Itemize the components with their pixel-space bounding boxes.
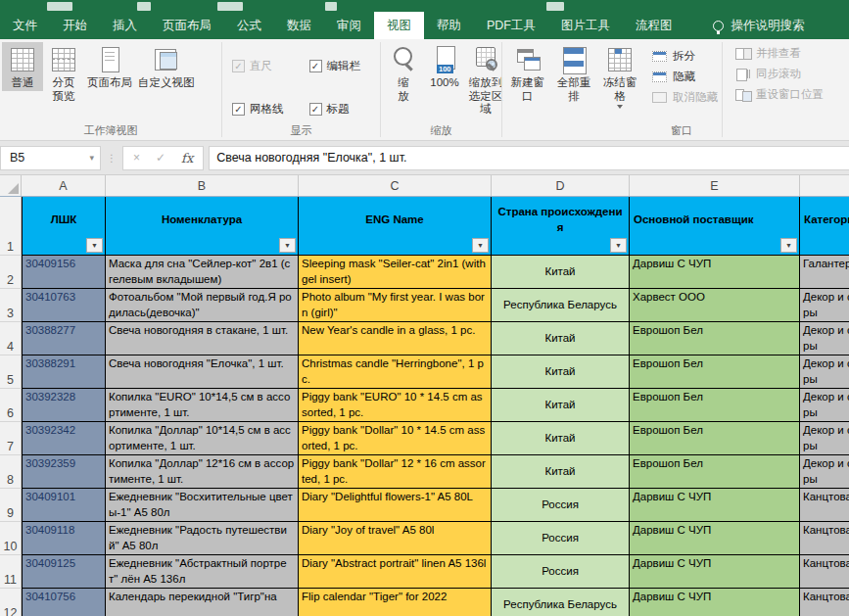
new-window-button[interactable]: 新建窗口 bbox=[504, 42, 550, 110]
small-button-隐藏[interactable]: 隐藏 bbox=[647, 67, 722, 87]
cell-d12[interactable]: Республика Беларусь bbox=[492, 589, 630, 616]
header-cell-d[interactable]: Страна происхождения▼ bbox=[492, 197, 630, 256]
cell-a4[interactable]: 30388277 bbox=[22, 322, 106, 355]
row-header-3[interactable]: 3 bbox=[0, 289, 22, 322]
cell-c2[interactable]: Sleeping mask "Seiler-cat" 2in1 (with ge… bbox=[299, 256, 492, 289]
checkbox-编辑栏[interactable]: ✓编辑栏 bbox=[309, 52, 373, 80]
cell-a7[interactable]: 30392342 bbox=[22, 422, 106, 455]
filter-dropdown-icon[interactable]: ▼ bbox=[780, 238, 797, 253]
column-header-C[interactable]: C bbox=[299, 175, 492, 196]
cell-d10[interactable]: Россия bbox=[492, 522, 630, 555]
cell-d6[interactable]: Китай bbox=[492, 389, 630, 422]
cell-d2[interactable]: Китай bbox=[492, 256, 630, 289]
cell-b2[interactable]: Маска для сна "Сейлер-кот" 2в1 (с гелевы… bbox=[106, 256, 299, 289]
checkbox-网格线[interactable]: ✓网格线 bbox=[232, 95, 296, 123]
small-button-拆分[interactable]: 拆分 bbox=[647, 46, 722, 67]
cell-c9[interactable]: Diary "Delightful flowers-1" A5 80L bbox=[299, 489, 492, 522]
tab-公式[interactable]: 公式 bbox=[224, 12, 274, 39]
row-header-2[interactable]: 2 bbox=[0, 256, 22, 289]
cell-a11[interactable]: 30409125 bbox=[22, 555, 106, 589]
header-cell-e[interactable]: Основной поставщик▼ bbox=[630, 197, 800, 256]
cell-c11[interactable]: Diary "Abstract portrait" linen A5 136l bbox=[299, 555, 492, 589]
qat-icon-1[interactable] bbox=[47, 2, 72, 11]
cell-e4[interactable]: Еврошоп Бел bbox=[630, 322, 800, 355]
cancel-icon[interactable]: × bbox=[133, 151, 140, 165]
cell-f12[interactable]: Канцтовары bbox=[800, 589, 849, 616]
row-header-1[interactable]: 1 bbox=[0, 197, 22, 256]
qat-icon-3[interactable] bbox=[217, 2, 243, 11]
cell-c8[interactable]: Piggy bank "Dollar" 12 * 16 cm assorted,… bbox=[299, 455, 492, 489]
cell-f9[interactable]: Канцтовары bbox=[800, 489, 849, 522]
row-header-8[interactable]: 8 bbox=[0, 455, 22, 489]
cell-e9[interactable]: Дарвиш С ЧУП bbox=[630, 489, 800, 522]
cell-e11[interactable]: Дарвиш С ЧУП bbox=[630, 555, 800, 589]
tab-帮助[interactable]: 帮助 bbox=[424, 12, 474, 39]
cell-f3[interactable]: Декор и сувени ры bbox=[800, 289, 849, 322]
cell-a6[interactable]: 30392328 bbox=[22, 389, 106, 422]
column-header-B[interactable]: B bbox=[106, 175, 299, 196]
cell-f4[interactable]: Декор и сувени ры bbox=[800, 322, 849, 355]
cell-b7[interactable]: Копилка "Доллар" 10*14,5 см в ассортимен… bbox=[106, 422, 299, 455]
insert-function-icon[interactable]: fx bbox=[181, 151, 193, 166]
cell-f6[interactable]: Декор и сувени ры bbox=[800, 389, 849, 422]
filter-dropdown-icon[interactable]: ▼ bbox=[86, 238, 103, 253]
tab-审阅[interactable]: 审阅 bbox=[324, 12, 374, 39]
header-cell-f[interactable]: Категория▼ bbox=[800, 197, 849, 256]
cell-b12[interactable]: Календарь перекидной "Тигр"на bbox=[106, 589, 299, 616]
name-box-dropdown-icon[interactable]: ▾ bbox=[89, 153, 94, 163]
row-header-6[interactable]: 6 bbox=[0, 389, 22, 422]
cell-e6[interactable]: Еврошоп Бел bbox=[630, 389, 800, 422]
tab-图片工具[interactable]: 图片工具 bbox=[548, 12, 623, 39]
formula-input[interactable]: Свеча новогодняя "Елочка", 1 шт. bbox=[209, 146, 849, 170]
cell-b4[interactable]: Свеча новогодняя в стакане, 1 шт. bbox=[106, 322, 299, 355]
cell-e2[interactable]: Дарвиш С ЧУП bbox=[630, 256, 800, 289]
cell-b5[interactable]: Свеча новогодняя "Елочка", 1 шт. bbox=[106, 355, 299, 389]
cell-c6[interactable]: Piggy bank "EURO" 10 * 14.5 cm assorted,… bbox=[299, 389, 492, 422]
column-header-A[interactable]: A bbox=[22, 175, 106, 196]
cell-e12[interactable]: Дарвиш С ЧУП bbox=[630, 589, 800, 616]
column-header-D[interactable]: D bbox=[492, 175, 630, 196]
enter-icon[interactable]: ✓ bbox=[156, 151, 165, 165]
view-normal-view-button[interactable]: 普通 bbox=[2, 42, 43, 91]
cell-d4[interactable]: Китай bbox=[492, 322, 630, 355]
cell-b6[interactable]: Копилка "EURO" 10*14,5 см в ассортименте… bbox=[106, 389, 299, 422]
cell-f8[interactable]: Декор и сувени ры bbox=[800, 455, 849, 489]
arrange-all-button[interactable]: 全部重排 bbox=[550, 42, 596, 110]
row-header-12[interactable]: 12 bbox=[0, 589, 22, 616]
cell-d7[interactable]: Китай bbox=[492, 422, 630, 455]
row-header-5[interactable]: 5 bbox=[0, 355, 22, 389]
tab-开始[interactable]: 开始 bbox=[50, 12, 100, 39]
filter-dropdown-icon[interactable]: ▼ bbox=[472, 238, 489, 253]
cell-b3[interactable]: Фотоальбом "Мой первый год.Я родилась(де… bbox=[106, 289, 299, 322]
cell-c12[interactable]: Flip calendar "Tiger" for 2022 bbox=[299, 589, 492, 616]
freeze-panes-button[interactable]: 冻结窗格 bbox=[597, 42, 643, 110]
name-box[interactable]: B5 ▾ bbox=[0, 146, 101, 170]
cell-e7[interactable]: Еврошоп Бел bbox=[630, 422, 800, 455]
view-page-break-preview-button[interactable]: 分页 预览 bbox=[43, 42, 84, 104]
cell-d3[interactable]: Республика Беларусь bbox=[492, 289, 630, 322]
cell-e3[interactable]: Харвест ООО bbox=[630, 289, 800, 322]
row-header-9[interactable]: 9 bbox=[0, 489, 22, 522]
tab-PDF工具[interactable]: PDF工具 bbox=[474, 12, 548, 39]
tab-文件[interactable]: 文件 bbox=[0, 12, 50, 39]
checkbox-标题[interactable]: ✓标题 bbox=[309, 95, 373, 123]
tab-插入[interactable]: 插入 bbox=[100, 12, 150, 39]
row-header-10[interactable]: 10 bbox=[0, 522, 22, 555]
cell-a5[interactable]: 30388291 bbox=[22, 355, 106, 389]
view-page-layout-button[interactable]: 页面布局 bbox=[84, 42, 135, 91]
cell-c10[interactable]: Diary "Joy of travel" A5 80l bbox=[299, 522, 492, 555]
cell-f5[interactable]: Декор и сувени ры bbox=[800, 355, 849, 389]
cell-d8[interactable]: Китай bbox=[492, 455, 630, 489]
cell-f11[interactable]: Канцтовары bbox=[800, 555, 849, 589]
cell-e5[interactable]: Еврошоп Бел bbox=[630, 355, 800, 389]
cell-d11[interactable]: Россия bbox=[492, 555, 630, 589]
cell-c5[interactable]: Christmas candle "Herringbone", 1 pc. bbox=[299, 355, 492, 389]
cell-c4[interactable]: New Year's candle in a glass, 1 pc. bbox=[299, 322, 492, 355]
cell-a12[interactable]: 30410756 bbox=[22, 589, 106, 616]
tab-流程图[interactable]: 流程图 bbox=[623, 12, 685, 39]
qat-icon-5[interactable] bbox=[546, 2, 564, 11]
row-header-7[interactable]: 7 bbox=[0, 422, 22, 455]
tab-页面布局[interactable]: 页面布局 bbox=[150, 12, 224, 39]
header-cell-b[interactable]: Номенклатура▼ bbox=[106, 197, 299, 256]
zoom-selection-button[interactable]: 缩放到 选定区域 bbox=[465, 42, 506, 118]
